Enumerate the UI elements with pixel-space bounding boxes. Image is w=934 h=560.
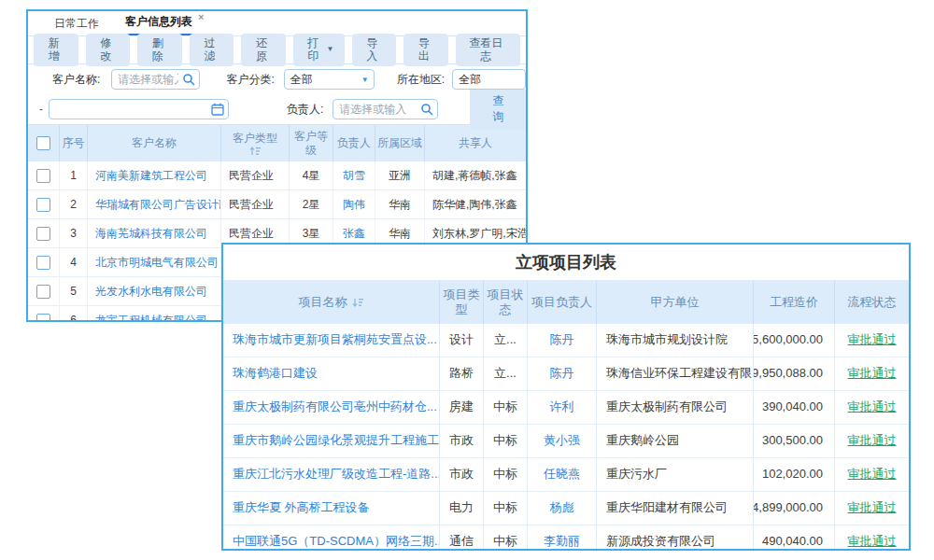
row-checkbox[interactable] [36, 256, 50, 270]
project-type: 通信 [440, 525, 484, 551]
sort-icon[interactable] [249, 147, 262, 156]
toolbar-button[interactable]: 删除 [137, 34, 182, 65]
row-checkbox[interactable] [36, 227, 50, 241]
table-row: 2 华瑞城有限公司广告设计部 民营企业 2星 陶伟 华南 陈华健,陶伟,张鑫 [28, 190, 526, 219]
customer-name-link[interactable]: 光发水利水电有限公司 [95, 285, 207, 299]
project-status: 中标 [484, 458, 528, 491]
column-header-name[interactable]: 客户名称 [88, 125, 221, 161]
row-checkbox[interactable] [36, 169, 50, 183]
flow-status-link[interactable]: 审批通过 [848, 500, 897, 515]
column-header-level[interactable]: 客户等级 [290, 125, 333, 161]
customer-category-select[interactable]: 全部 ▼ [284, 69, 375, 90]
filter-row-2: - 负责人: 查询 [28, 94, 526, 124]
tab-daily-work[interactable]: 日常工作 [41, 12, 112, 35]
project-name-link[interactable]: 重庆市鹅岭公园绿化景观提升工程施工 [233, 433, 439, 448]
owner-link[interactable]: 陶伟 [343, 198, 365, 212]
tab-customer-list[interactable]: 客户信息列表 × [112, 10, 217, 35]
row-number: 2 [60, 190, 88, 218]
toolbar-button[interactable]: 查看日志 [456, 34, 520, 65]
project-leader-link[interactable]: 黄小强 [544, 433, 580, 448]
customer-table-header: 序号 客户名称 客户类型 客户等级 负责人 所属区域 共享人 [28, 125, 526, 161]
owner-link[interactable]: 张鑫 [343, 227, 365, 241]
flow-status-link[interactable]: 审批通过 [848, 433, 897, 448]
flow-status-link[interactable]: 审批通过 [848, 399, 897, 414]
customer-name-link[interactable]: 龙宇工程机械有限公司 [95, 314, 207, 323]
flow-status-link[interactable]: 审批通过 [848, 467, 897, 482]
row-checkbox[interactable] [36, 198, 50, 212]
filter-area: 客户名称: 客户分类: 全部 ▼ 所在地区: 全部 - [28, 64, 526, 125]
select-all-checkbox[interactable] [36, 136, 50, 150]
toolbar-button[interactable]: 过滤 [190, 34, 234, 65]
column-header-project-type[interactable]: 项目类型 [440, 281, 484, 324]
project-name-link[interactable]: 珠海鹤港口建设 [233, 366, 318, 381]
close-icon[interactable]: × [198, 12, 204, 22]
owner-label: 负责人: [287, 102, 323, 118]
date-input[interactable] [49, 99, 229, 119]
column-header-type[interactable]: 客户类型 [221, 125, 290, 161]
column-header-no[interactable]: 序号 [60, 125, 88, 161]
project-leader-link[interactable]: 任晓燕 [544, 467, 580, 482]
project-name-link[interactable]: 重庆华夏 外高桥工程设备 [233, 500, 370, 515]
project-table-body: 珠海市城市更新项目紫桐苑安置点设... 设计 立... 陈丹 珠海市城市规划设计… [223, 324, 909, 551]
toolbar-button[interactable]: 新增 [34, 34, 78, 65]
chevron-down-icon: ▼ [361, 76, 369, 84]
column-header-project-name[interactable]: 项目名称 [223, 281, 440, 324]
toolbar-button[interactable]: 导出 [403, 34, 448, 65]
project-table-header: 项目名称 项目类型 项目状态 项目负责人 甲方单位 工程造价 流程状态 [223, 281, 909, 324]
row-checkbox[interactable] [36, 314, 50, 323]
project-leader-link[interactable]: 陈丹 [550, 332, 574, 347]
table-row: 珠海鹤港口建设 路桥 立... 陈丹 珠海信业环保工程建设有限... 49,95… [223, 357, 909, 391]
owner-link[interactable]: 胡雪 [343, 169, 365, 183]
region-select[interactable]: 全部 [452, 69, 526, 90]
toolbar-button[interactable]: 修改 [86, 34, 131, 65]
project-status: 中标 [484, 525, 528, 551]
desktop: 日常工作 客户信息列表 × 新增 修改 删除 [0, 0, 934, 560]
client-name: 重庆鹅岭公园 [597, 425, 754, 457]
toolbar-button[interactable]: 导入 [352, 34, 397, 65]
search-button[interactable]: 查询 [470, 89, 526, 130]
project-cost: 49,950,088.00 [754, 357, 835, 390]
flow-status-link[interactable]: 审批通过 [848, 366, 897, 381]
project-type: 路桥 [440, 357, 484, 390]
column-header-owner[interactable]: 负责人 [333, 125, 375, 161]
row-number: 3 [60, 219, 88, 247]
project-name-link[interactable]: 中国联通5G（TD-SCDMA）网络三期... [233, 534, 440, 549]
search-icon[interactable] [420, 103, 433, 119]
search-icon[interactable] [182, 73, 195, 89]
toolbar-button[interactable]: 还原 [241, 34, 286, 65]
customer-name-link[interactable]: 河南美新建筑工程公司 [95, 169, 207, 183]
toolbar-button[interactable]: 打印 ▼ [293, 34, 345, 65]
sort-icon[interactable] [352, 298, 364, 307]
column-header-shared[interactable]: 共享人 [425, 125, 526, 161]
customer-region: 华南 [375, 190, 425, 218]
table-row: 重庆江北污水处理厂级改造工程-道路... 市政 中标 任晓燕 重庆污水厂 102… [223, 458, 909, 492]
row-checkbox[interactable] [36, 285, 50, 299]
project-leader-link[interactable]: 许利 [550, 399, 574, 414]
project-leader-link[interactable]: 杨彪 [550, 500, 574, 515]
project-leader-link[interactable]: 李勤丽 [544, 534, 580, 549]
project-type: 市政 [440, 425, 484, 457]
project-name-link[interactable]: 重庆江北污水处理厂级改造工程-道路... [233, 467, 440, 482]
column-header-cost[interactable]: 工程造价 [754, 281, 835, 324]
customer-name-link[interactable]: 海南芜城科技有限公司 [95, 227, 207, 241]
column-header-project-leader[interactable]: 项目负责人 [528, 281, 597, 324]
project-leader-link[interactable]: 陈丹 [550, 366, 574, 381]
flow-status-link[interactable]: 审批通过 [848, 332, 897, 347]
project-cost: 300,500.00 [754, 425, 835, 457]
flow-status-link[interactable]: 审批通过 [848, 534, 897, 549]
customer-name-link[interactable]: 华瑞城有限公司广告设计部 [95, 198, 221, 212]
tab-label: 日常工作 [54, 16, 99, 32]
column-header-client[interactable]: 甲方单位 [597, 281, 754, 324]
project-status: 中标 [484, 425, 528, 457]
column-header-flow-status[interactable]: 流程状态 [835, 281, 909, 324]
project-name-link[interactable]: 重庆太极制药有限公司亳州中药材仓... [233, 399, 437, 414]
project-table: 项目名称 项目类型 项目状态 项目负责人 甲方单位 工程造价 流程状态 珠海市城… [223, 281, 909, 551]
project-name-link[interactable]: 珠海市城市更新项目紫桐苑安置点设... [233, 332, 437, 347]
project-status: 中标 [484, 391, 528, 424]
customer-name-link[interactable]: 北京市明城电气有限公司 [95, 256, 219, 270]
project-status: 立... [484, 324, 528, 357]
column-header-region[interactable]: 所属区域 [375, 125, 425, 161]
project-cost: 4,899,000.00 [754, 492, 835, 525]
column-header-project-status[interactable]: 项目状态 [484, 281, 528, 324]
calendar-icon[interactable] [211, 103, 224, 119]
